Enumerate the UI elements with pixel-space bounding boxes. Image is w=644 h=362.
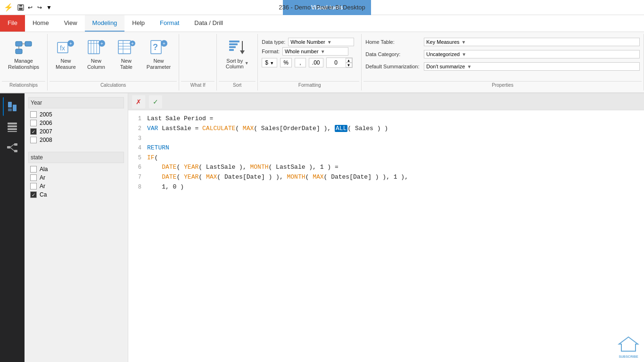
svg-rect-42 bbox=[8, 131, 17, 132]
tab-data-drill[interactable]: Data / Drill bbox=[187, 15, 231, 32]
sort-dropdown-arrow: ▼ bbox=[245, 61, 249, 66]
tab-help[interactable]: Help bbox=[124, 15, 152, 32]
comma-button[interactable]: , bbox=[295, 58, 306, 67]
new-table-icon: + bbox=[117, 38, 136, 57]
svg-rect-45 bbox=[14, 150, 17, 152]
new-parameter-button[interactable]: ? + NewParameter bbox=[142, 36, 175, 73]
year-2006-item[interactable]: 2006 bbox=[28, 119, 124, 127]
tab-home[interactable]: Home bbox=[25, 15, 57, 32]
window-title: 236 - Demo - Power BI Desktop bbox=[279, 4, 365, 11]
year-2008-label: 2008 bbox=[40, 137, 52, 143]
redo-icon[interactable]: ↪ bbox=[36, 4, 43, 11]
state-ala-checkbox[interactable] bbox=[30, 166, 37, 173]
sort-by-column-icon bbox=[228, 38, 247, 57]
format-value: Whole number bbox=[285, 49, 319, 54]
app-icon: ⚡ bbox=[4, 3, 13, 12]
year-2007-checkbox[interactable] bbox=[30, 128, 37, 135]
line-content-6: DATE( YEAR( LastSale ), MONTH( LastSale … bbox=[147, 163, 640, 173]
svg-rect-5 bbox=[16, 49, 22, 54]
spin-up[interactable]: ▲ bbox=[346, 58, 352, 63]
tab-view[interactable]: View bbox=[57, 15, 85, 32]
new-parameter-icon: ? + bbox=[149, 38, 168, 57]
data-category-dropdown[interactable]: Uncategorized ▼ bbox=[424, 50, 640, 58]
state-ar1-item[interactable]: Ar bbox=[28, 173, 124, 182]
line-content-5: IF( bbox=[147, 153, 640, 163]
tab-format[interactable]: Format bbox=[152, 15, 187, 32]
subscribe-watermark: SUBSCRIBE SUBSCRIBE bbox=[617, 335, 640, 358]
manage-relationships-icon bbox=[14, 38, 33, 57]
ribbon-group-whatif: What If bbox=[179, 34, 217, 90]
default-summarization-dropdown[interactable]: Don't summarize ▼ bbox=[424, 62, 640, 71]
data-type-dropdown[interactable]: Whole Number ▼ bbox=[288, 38, 354, 46]
year-2006-checkbox[interactable] bbox=[30, 120, 37, 126]
format-row: Format: Whole number ▼ bbox=[262, 47, 357, 56]
data-category-arrow: ▼ bbox=[462, 52, 466, 57]
sidebar-icon-data[interactable] bbox=[3, 118, 22, 137]
svg-rect-32 bbox=[229, 46, 236, 48]
svg-rect-43 bbox=[7, 146, 10, 148]
number-spinner[interactable]: ▲ ▼ bbox=[346, 58, 352, 67]
format-dropdown[interactable]: Whole number ▼ bbox=[282, 47, 348, 56]
currency-label: $ bbox=[265, 59, 268, 66]
tab-modeling[interactable]: Modeling bbox=[85, 15, 125, 32]
title-bar: ⚡ ↩ ↪ ▼ Visual tools 236 - Demo - Power … bbox=[0, 0, 644, 15]
svg-text:+: + bbox=[131, 41, 134, 46]
year-2005-label: 2005 bbox=[40, 111, 52, 118]
home-table-label: Home Table: bbox=[365, 39, 422, 45]
quick-access-arrow[interactable]: ▼ bbox=[45, 4, 53, 11]
year-2005-checkbox[interactable] bbox=[30, 111, 37, 118]
code-line-4: 4 RETURN bbox=[128, 143, 644, 153]
year-2008-checkbox[interactable] bbox=[30, 137, 37, 143]
undo-icon[interactable]: ↩ bbox=[26, 4, 34, 11]
manage-relationships-button[interactable]: ManageRelationships bbox=[4, 36, 43, 73]
home-table-arrow: ▼ bbox=[462, 40, 466, 45]
new-measure-icon: fx + bbox=[56, 38, 75, 57]
sort-by-column-button[interactable]: Sort byColumn ▼ bbox=[221, 36, 254, 72]
svg-rect-3 bbox=[16, 41, 22, 46]
cancel-button[interactable]: ✗ bbox=[132, 95, 145, 108]
confirm-button[interactable]: ✓ bbox=[149, 95, 162, 108]
main-area: Year 2005 2006 2007 2008 bbox=[0, 93, 644, 362]
year-2005-item[interactable]: 2005 bbox=[28, 110, 124, 119]
line-num-3: 3 bbox=[132, 134, 141, 143]
year-2007-item[interactable]: 2007 bbox=[28, 127, 124, 136]
number-input[interactable] bbox=[327, 58, 346, 67]
decimal-button[interactable]: .00 bbox=[309, 58, 323, 67]
format-arrow: ▼ bbox=[321, 49, 325, 54]
line-num-2: 2 bbox=[132, 124, 141, 133]
year-filter-header: Year bbox=[28, 97, 124, 108]
state-ar1-label: Ar bbox=[40, 174, 45, 181]
sidebar-icon-model[interactable] bbox=[3, 139, 22, 157]
percent-button[interactable]: % bbox=[280, 58, 292, 67]
title-bar-icons: ⚡ ↩ ↪ ▼ bbox=[4, 3, 53, 12]
svg-text:+: + bbox=[100, 41, 103, 46]
code-editor[interactable]: 1 Last Sale Period = 2 VAR LastSale = CA… bbox=[128, 110, 644, 362]
new-measure-button[interactable]: fx + NewMeasure bbox=[51, 36, 80, 73]
new-table-button[interactable]: + NewTable bbox=[112, 36, 140, 73]
state-ala-label: Ala bbox=[40, 166, 48, 173]
state-ca-checkbox[interactable] bbox=[30, 191, 37, 198]
sidebar-icon-report[interactable] bbox=[3, 97, 22, 116]
default-summarization-arrow: ▼ bbox=[467, 64, 471, 69]
svg-rect-37 bbox=[13, 105, 17, 111]
line-content-8: 1, 0 ) bbox=[147, 182, 640, 192]
spin-down[interactable]: ▼ bbox=[346, 63, 352, 67]
save-icon[interactable] bbox=[17, 4, 25, 11]
tab-file[interactable]: File bbox=[0, 15, 25, 32]
state-ar2-checkbox[interactable] bbox=[30, 183, 37, 189]
svg-rect-2 bbox=[19, 8, 23, 10]
default-summarization-value: Don't summarize bbox=[426, 64, 465, 69]
code-line-5: 5 IF( bbox=[128, 153, 644, 163]
currency-button[interactable]: $ ▼ bbox=[262, 58, 277, 67]
new-column-button[interactable]: + NewColumn bbox=[82, 36, 110, 73]
home-table-dropdown[interactable]: Key Measures ▼ bbox=[424, 38, 640, 46]
state-ala-item[interactable]: Ala bbox=[28, 165, 124, 173]
state-ca-label: Ca bbox=[40, 191, 47, 198]
state-ar2-item[interactable]: Ar bbox=[28, 182, 124, 190]
year-2008-item[interactable]: 2008 bbox=[28, 136, 124, 144]
svg-rect-44 bbox=[14, 143, 17, 146]
new-table-label: NewTable bbox=[120, 58, 132, 70]
state-ca-item[interactable]: Ca bbox=[28, 190, 124, 199]
new-column-icon: + bbox=[87, 38, 106, 57]
state-ar1-checkbox[interactable] bbox=[30, 174, 37, 181]
